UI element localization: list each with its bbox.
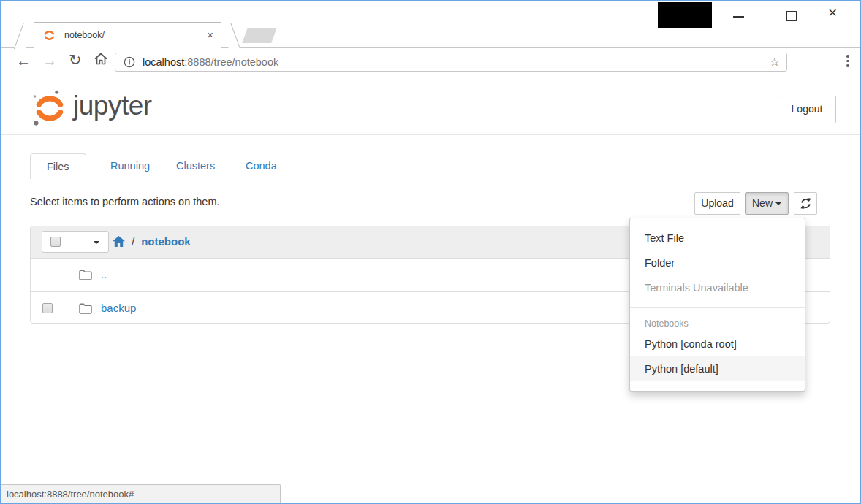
new-dropdown-menu: Text File Folder Terminals Unavailable N… bbox=[629, 218, 805, 392]
reload-icon[interactable]: ↻ bbox=[69, 52, 82, 68]
select-all-checkbox[interactable] bbox=[50, 237, 61, 247]
button-group-divider bbox=[86, 232, 86, 252]
logout-button[interactable]: Logout bbox=[778, 96, 836, 123]
minimize-button[interactable] bbox=[733, 16, 744, 18]
tab-clusters[interactable]: Clusters bbox=[176, 160, 215, 172]
breadcrumb-separator: / bbox=[132, 235, 134, 248]
breadcrumb: / notebook bbox=[113, 235, 191, 248]
browser-tab[interactable]: notebook/ × bbox=[34, 22, 221, 49]
file-link[interactable]: .. bbox=[101, 268, 107, 280]
menu-item-terminals-unavailable: Terminals Unavailable bbox=[630, 275, 805, 300]
select-hint-text: Select items to perform actions on them. bbox=[30, 196, 220, 207]
folder-icon bbox=[79, 270, 92, 280]
url-path: :8888/tree/notebook bbox=[184, 56, 278, 68]
tab-running[interactable]: Running bbox=[110, 160, 150, 172]
menu-header-notebooks: Notebooks bbox=[630, 314, 805, 332]
breadcrumb-home-icon[interactable] bbox=[113, 236, 125, 247]
url-host: localhost bbox=[143, 56, 184, 68]
jupyter-logotype[interactable]: jupyter bbox=[73, 91, 152, 121]
url-text[interactable]: localhost:8888/tree/notebook bbox=[143, 56, 278, 68]
menu-item-folder[interactable]: Folder bbox=[630, 251, 805, 275]
menu-item-python-conda-root[interactable]: Python [conda root] bbox=[630, 332, 805, 356]
select-dropdown-caret-icon[interactable] bbox=[94, 241, 99, 244]
status-bar: localhost:8888/tree/notebook# bbox=[1, 484, 281, 503]
upload-button[interactable]: Upload bbox=[694, 192, 740, 215]
forward-icon: → bbox=[42, 53, 57, 69]
file-link[interactable]: backup bbox=[101, 302, 136, 314]
home-icon[interactable] bbox=[94, 52, 108, 66]
new-tab-button[interactable] bbox=[242, 28, 277, 43]
row-checkbox[interactable] bbox=[42, 303, 53, 313]
back-icon[interactable]: ← bbox=[16, 53, 31, 69]
tab-files[interactable]: Files bbox=[30, 153, 86, 179]
tab-conda[interactable]: Conda bbox=[246, 160, 277, 172]
tab-close-icon[interactable]: × bbox=[207, 28, 213, 42]
menu-item-text-file[interactable]: Text File bbox=[630, 226, 805, 251]
select-all-group[interactable] bbox=[42, 231, 109, 253]
new-button[interactable]: New bbox=[745, 192, 789, 215]
bookmark-star-icon[interactable]: ☆ bbox=[770, 55, 780, 69]
folder-icon bbox=[79, 303, 92, 314]
new-button-label: New bbox=[752, 197, 773, 209]
info-icon[interactable] bbox=[124, 56, 135, 68]
menu-item-python-default[interactable]: Python [default] bbox=[630, 356, 805, 381]
breadcrumb-current[interactable]: notebook bbox=[141, 235, 191, 248]
browser-window: × notebook/ × ← → ↻ localhost:8888/tree/… bbox=[0, 0, 861, 504]
refresh-list-button[interactable] bbox=[794, 192, 817, 215]
tab-title: notebook/ bbox=[64, 30, 105, 40]
redaction-box bbox=[658, 2, 712, 28]
header-divider bbox=[1, 134, 860, 135]
browser-menu-icon[interactable] bbox=[846, 55, 849, 69]
menu-divider bbox=[630, 307, 805, 308]
address-bar[interactable]: localhost:8888/tree/notebook ☆ bbox=[115, 53, 787, 72]
jupyter-logo-icon bbox=[30, 89, 69, 127]
maximize-button[interactable] bbox=[786, 11, 797, 21]
window-close-button[interactable]: × bbox=[828, 4, 837, 21]
caret-down-icon bbox=[775, 202, 781, 205]
refresh-icon bbox=[800, 198, 811, 209]
jupyter-favicon-icon bbox=[43, 29, 56, 42]
